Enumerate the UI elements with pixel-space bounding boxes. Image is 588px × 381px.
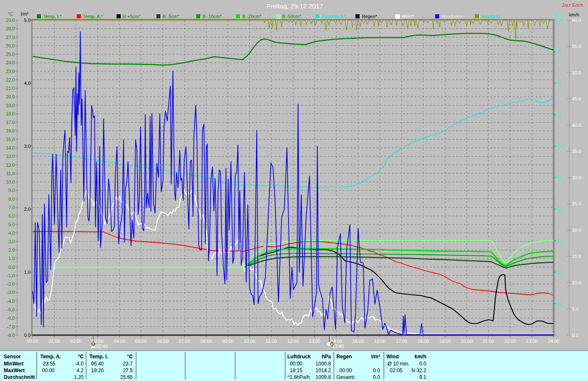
svg-text:1.0: 1.0 [24, 270, 30, 275]
svg-text:Empfang: Empfang [481, 14, 500, 19]
svg-text:26.0: 26.0 [6, 43, 15, 48]
svg-text:Gesamt:: Gesamt: [336, 374, 355, 380]
svg-text:11:00: 11:00 [266, 339, 277, 344]
svg-text:12.0: 12.0 [6, 163, 15, 168]
svg-text:9.0: 9.0 [8, 188, 15, 193]
svg-text:5.0: 5.0 [572, 306, 578, 311]
svg-text:8.0: 8.0 [8, 197, 15, 202]
svg-text:04:00: 04:00 [113, 339, 125, 344]
svg-text:Durchschnitt: Durchschnitt [4, 374, 35, 380]
svg-text:08:00: 08:00 [200, 339, 212, 344]
svg-text:3.0: 3.0 [24, 144, 30, 149]
svg-text:Regen: Regen [336, 354, 352, 360]
svg-text:°C: °C [78, 354, 84, 360]
svg-text:23:55: 23:55 [43, 361, 55, 367]
svg-text:B -20cm*: B -20cm* [242, 14, 262, 19]
svg-text:B +5cm*: B +5cm* [123, 14, 141, 19]
svg-text:90: 90 [555, 49, 560, 54]
svg-text:24.0: 24.0 [6, 60, 15, 65]
svg-text:°C: °C [8, 11, 13, 16]
svg-text:6.0: 6.0 [8, 213, 15, 218]
svg-text:-6.0: -6.0 [7, 315, 15, 321]
svg-text:05:40: 05:40 [91, 361, 104, 367]
svg-text:1000.8: 1000.8 [315, 361, 331, 367]
svg-text:10: 10 [555, 301, 560, 306]
svg-text:-4.0: -4.0 [75, 361, 84, 367]
svg-text:00:00: 00:00 [339, 368, 352, 373]
svg-text:02:48: 02:48 [96, 344, 108, 349]
svg-text:22.0: 22.0 [6, 77, 15, 82]
svg-text:18.0: 18.0 [6, 111, 15, 116]
svg-text:19.0: 19.0 [6, 103, 15, 108]
svg-text:MaxWert: MaxWert [4, 368, 25, 373]
svg-text:35.0: 35.0 [572, 149, 581, 154]
svg-text:27.5: 27.5 [123, 368, 133, 373]
svg-text:Temp. A.: Temp. A. [40, 354, 61, 360]
svg-text:25.65: 25.65 [120, 374, 133, 380]
svg-text:Luftdruck: Luftdruck [287, 354, 311, 360]
svg-text:Ø 10 min.: Ø 10 min. [388, 361, 410, 367]
svg-text:5.0: 5.0 [24, 18, 30, 23]
svg-text:l/m²: l/m² [21, 11, 29, 16]
svg-text:4.0: 4.0 [8, 231, 15, 236]
svg-text:06:00: 06:00 [157, 339, 169, 344]
svg-text:70: 70 [555, 112, 560, 117]
svg-text:l/m²: l/m² [371, 354, 380, 360]
svg-text:MinWert: MinWert [4, 361, 24, 367]
svg-text:0.0: 0.0 [24, 333, 30, 338]
svg-text:28.0: 28.0 [6, 26, 15, 31]
svg-text:19:00: 19:00 [439, 339, 451, 344]
svg-text:0.0: 0.0 [8, 265, 15, 270]
svg-text:Temp. I.*: Temp. I.* [43, 14, 62, 19]
svg-text:Temp. I.: Temp. I. [89, 354, 108, 360]
svg-text:23.0: 23.0 [6, 69, 15, 74]
svg-text:Sensor: Sensor [4, 354, 21, 360]
svg-text:60: 60 [555, 144, 560, 149]
svg-text:-2.0: -2.0 [7, 281, 15, 286]
svg-text:15.0: 15.0 [6, 137, 15, 142]
svg-text:13.0: 13.0 [6, 154, 15, 159]
svg-text:27.0: 27.0 [6, 35, 15, 40]
svg-text:Wind: Wind [386, 354, 399, 360]
svg-text:23.7: 23.7 [123, 361, 133, 367]
svg-text:km/h: km/h [415, 354, 426, 360]
svg-text:B -10cm*: B -10cm* [202, 14, 222, 19]
svg-text:15:00: 15:00 [352, 339, 364, 344]
svg-text:1009.8: 1009.8 [315, 374, 331, 380]
svg-text:10:00: 10:00 [244, 339, 256, 344]
svg-text:2.0: 2.0 [8, 247, 15, 252]
svg-text:Wind*: Wind* [402, 14, 414, 19]
svg-text:30.0: 30.0 [572, 175, 581, 180]
svg-text:16.0: 16.0 [6, 128, 15, 133]
svg-text:02:00: 02:00 [70, 339, 82, 344]
svg-text:0.0: 0.0 [419, 361, 426, 367]
svg-text:13:00: 13:00 [309, 339, 321, 344]
svg-text:45.0: 45.0 [572, 96, 581, 101]
svg-text:-7.0: -7.0 [7, 324, 15, 329]
svg-text:0.0: 0.0 [373, 368, 380, 373]
svg-text:100: 100 [555, 18, 563, 23]
svg-text:Feuchte A.*: Feuchte A.* [322, 14, 346, 19]
svg-text:40.0: 40.0 [572, 123, 581, 128]
svg-text:Regen*: Regen* [362, 14, 377, 19]
svg-text:80: 80 [555, 81, 560, 86]
svg-text:15.0: 15.0 [572, 254, 581, 259]
svg-text:0.0: 0.0 [373, 374, 380, 380]
svg-text:Temp. A.*: Temp. A.* [83, 14, 103, 19]
svg-text:2.0: 2.0 [24, 207, 30, 212]
svg-text:10.0: 10.0 [572, 280, 581, 285]
svg-text:25.0: 25.0 [6, 52, 15, 57]
svg-text:1.0: 1.0 [8, 256, 15, 261]
svg-text:Jarz Erich: Jarz Erich [562, 3, 583, 8]
svg-text:-3.0: -3.0 [7, 290, 15, 295]
svg-text:0: 0 [555, 333, 558, 338]
svg-text:13:40: 13:40 [332, 344, 344, 349]
svg-text:Freitag, 29.12.2017: Freitag, 29.12.2017 [267, 3, 323, 10]
svg-text:22:00: 22:00 [504, 339, 516, 344]
svg-text:21:00: 21:00 [483, 339, 494, 344]
svg-text:29.0: 29.0 [6, 18, 15, 23]
svg-text:7.0: 7.0 [8, 205, 15, 210]
svg-text:B -5cm*: B -5cm* [163, 14, 179, 19]
svg-text:20.0: 20.0 [6, 94, 15, 99]
svg-text:9.1: 9.1 [419, 374, 426, 380]
